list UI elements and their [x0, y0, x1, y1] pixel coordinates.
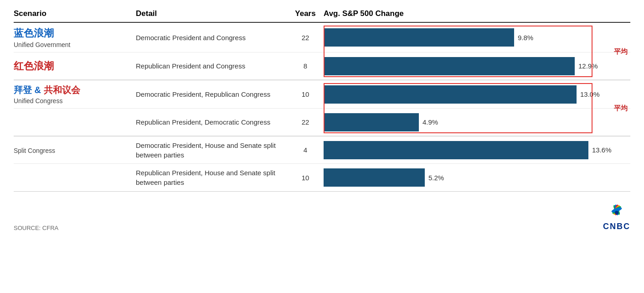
bar-wrapper-biden-repub: 13.0%: [324, 85, 603, 104]
scenario-unified-congress: 拜登 & 共和议会 Unified Congress: [14, 80, 132, 108]
row-biden-repub: 拜登 & 共和议会 Unified Congress Democratic Pr…: [14, 80, 630, 109]
bar-label-split-dem: 13.6%: [592, 146, 612, 154]
bar-wrapper-repub-dem: 4.9%: [324, 113, 603, 131]
years-blue-wave: 22: [287, 34, 324, 42]
group-unified-congress: 拜登 & 共和议会 Unified Congress Democratic Pr…: [14, 80, 630, 136]
bar-col-blue-wave: 9.8%: [324, 25, 630, 50]
group-unified-government: 蓝色浪潮 Unified Government Democratic Presi…: [14, 23, 630, 80]
bar-label-blue-wave: 9.8%: [518, 34, 533, 42]
bar-wrapper-split-dem: 13.6%: [324, 141, 612, 159]
years-split-dem: 4: [287, 146, 324, 154]
chinese-label-mixed: 拜登 & 共和议会: [14, 84, 129, 96]
bar-col-repub-dem: 4.9%: [324, 110, 630, 135]
chinese-label-mixed-blue: 拜登 &: [14, 85, 44, 95]
detail-repub-dem: Republican President, Democratic Congres…: [132, 114, 287, 131]
bar-blue-wave: [324, 28, 514, 47]
avg-label-unified-gov: 平均: [614, 47, 628, 56]
col-header-years: Years: [287, 9, 324, 18]
avg-label-unified-congress: 平均: [614, 104, 628, 113]
bar-red-wave: [324, 57, 575, 75]
bar-col-split-dem: 13.6%: [324, 137, 639, 163]
col-header-scenario: Scenario: [14, 9, 132, 18]
group-label-split-congress: Split Congress: [14, 147, 129, 154]
cnbc-text: CNBC: [603, 222, 630, 231]
source-text: SOURCE: CFRA: [14, 225, 58, 231]
years-red-wave: 8: [287, 62, 324, 70]
row-repub-dem: Republican President, Democratic Congres…: [14, 109, 630, 136]
bar-col-biden-repub: 13.0%: [324, 82, 630, 107]
chinese-label-mixed-red: 共和议会: [44, 85, 80, 95]
scenario-unified-gov: 蓝色浪潮 Unified Government: [14, 23, 132, 52]
col-header-detail: Detail: [132, 9, 287, 18]
scenario-red-wave: 红色浪潮: [14, 56, 132, 77]
bar-wrapper-split-repub: 5.2%: [324, 168, 603, 187]
row-red-wave: 红色浪潮 Republican President and Congress 8…: [14, 52, 630, 80]
scenario-col-empty-2: [14, 119, 132, 126]
bar-col-red-wave: 12.9%: [324, 53, 630, 79]
footer: SOURCE: CFRA CNBC: [14, 199, 630, 231]
bar-label-red-wave: 12.9%: [578, 62, 598, 70]
bar-split-repub: [324, 168, 425, 187]
bar-label-repub-dem: 4.9%: [422, 118, 438, 126]
detail-split-dem: Democratic President, House and Senate s…: [132, 137, 287, 163]
svg-point-6: [615, 211, 618, 215]
table-header: Scenario Detail Years Avg. S&P 500 Chang…: [14, 9, 630, 23]
cnbc-icon: [605, 203, 629, 222]
bar-biden-repub: [324, 85, 577, 104]
chart-container: Scenario Detail Years Avg. S&P 500 Chang…: [14, 9, 630, 231]
scenario-split-congress: Split Congress: [14, 142, 132, 158]
bar-label-biden-repub: 13.0%: [580, 90, 600, 98]
bar-repub-dem: [324, 113, 419, 131]
group-label-unified-congress: Unified Congress: [14, 97, 129, 105]
bar-wrapper-blue-wave: 9.8%: [324, 28, 603, 47]
row-split-dem: Split Congress Democratic President, Hou…: [14, 136, 630, 164]
row-split-repub: Republican President, House and Senate s…: [14, 164, 630, 191]
chinese-label-red-wave: 红色浪潮: [14, 59, 129, 73]
bar-col-split-repub: 5.2%: [324, 165, 630, 190]
bar-split-dem: [324, 141, 588, 159]
years-split-repub: 10: [287, 174, 324, 182]
row-blue-wave: 蓝色浪潮 Unified Government Democratic Presi…: [14, 23, 630, 52]
detail-blue-wave: Democratic President and Congress: [132, 29, 287, 46]
bar-label-split-repub: 5.2%: [428, 174, 444, 182]
group-split-congress: Split Congress Democratic President, Hou…: [14, 136, 630, 192]
bar-wrapper-red-wave: 12.9%: [324, 57, 603, 75]
cnbc-logo: CNBC: [603, 203, 630, 231]
group-label-unified-gov: Unified Government: [14, 41, 129, 48]
detail-red-wave: Republican President and Congress: [132, 58, 287, 74]
detail-biden-repub: Democratic President, Republican Congres…: [132, 86, 287, 103]
detail-split-repub: Republican President, House and Senate s…: [132, 164, 287, 191]
col-header-bar: Avg. S&P 500 Change: [324, 9, 630, 18]
chinese-label-blue-wave: 蓝色浪潮: [14, 26, 129, 40]
years-repub-dem: 22: [287, 118, 324, 126]
scenario-col-empty-3: [14, 174, 132, 181]
years-biden-repub: 10: [287, 90, 324, 98]
